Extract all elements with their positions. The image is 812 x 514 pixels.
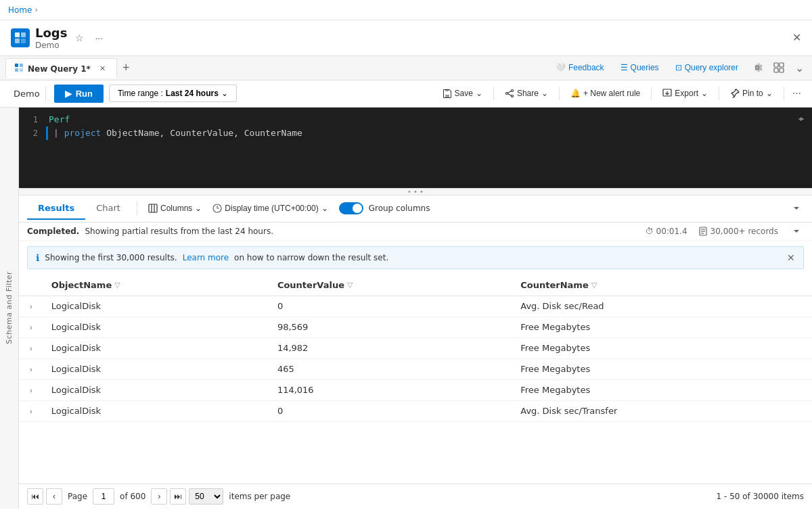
svg-point-14 (511, 90, 513, 92)
object-name-cell: LogicalDisk (43, 379, 269, 400)
data-table: ObjectName ▽ CounterValue ▽ (19, 275, 812, 422)
save-chevron-icon: ⌄ (476, 89, 482, 98)
table-row: › LogicalDisk 14,982 Free Megabytes (19, 337, 812, 358)
first-page-button[interactable]: ⏮ (27, 488, 43, 505)
counter-value-cell: 465 (269, 358, 512, 379)
info-text-before: Showing the first 30,000 results. (45, 253, 177, 262)
counter-name-filter-icon[interactable]: ▽ (591, 281, 597, 289)
columns-label: Columns (160, 204, 192, 213)
last-page-button[interactable]: ⏭ (170, 488, 186, 505)
display-time-chevron-icon: ⌄ (321, 204, 328, 213)
breadcrumb: Home › (0, 0, 812, 20)
pin-to-button[interactable]: Pin to ⌄ (725, 85, 778, 101)
feedback-button[interactable]: 🤍 Feedback (550, 60, 610, 75)
content-area: 1 Perf 2 | project ObjectName, CounterVa… (19, 108, 812, 509)
toolbar-left: Demo ▶ Run Time range : Last 24 hours ⌄ (8, 85, 432, 103)
editor-resize-handle[interactable]: • • • (19, 189, 812, 195)
table-row: › LogicalDisk 114,016 Free Megabytes (19, 379, 812, 400)
favorite-button[interactable]: ☆ (72, 31, 87, 45)
svg-rect-10 (774, 68, 778, 72)
row-expand-button[interactable]: › (27, 406, 35, 417)
editor-line-2: 2 | project ObjectName, CounterValue, Co… (19, 126, 812, 140)
svg-rect-2 (15, 39, 20, 43)
object-name-cell: LogicalDisk (43, 296, 269, 317)
line-content-2: | project ObjectName, CounterValue, Coun… (51, 126, 812, 140)
row-expand-button[interactable]: › (27, 322, 35, 333)
info-close-button[interactable]: ✕ (787, 252, 795, 263)
page-input[interactable] (93, 488, 114, 505)
row-expand-button[interactable]: › (27, 385, 35, 396)
add-tab-button[interactable]: + (117, 58, 135, 78)
of-label: of 600 (120, 492, 145, 501)
tab-results[interactable]: Results (27, 197, 85, 220)
counter-name-cell: Avg. Disk sec/Read (512, 296, 812, 317)
tab-chart[interactable]: Chart (85, 197, 131, 220)
run-icon: ▶ (65, 89, 72, 99)
time-range-button[interactable]: Time range : Last 24 hours ⌄ (109, 85, 237, 102)
results-area: Results Chart Columns ⌄ Display time (UT… (19, 195, 812, 509)
new-alert-button[interactable]: 🔔 + New alert rule (565, 85, 646, 101)
svg-line-17 (508, 91, 511, 93)
run-button[interactable]: ▶ Run (54, 85, 104, 103)
toolbar-more-button[interactable]: ··· (790, 85, 804, 102)
results-tabs-right (789, 202, 804, 214)
heart-icon: 🤍 (556, 63, 566, 72)
row-expand-button[interactable]: › (27, 364, 35, 375)
header-more-button[interactable]: ··· (92, 31, 106, 45)
columns-button[interactable]: Columns ⌄ (143, 201, 207, 216)
query-editor[interactable]: 1 Perf 2 | project ObjectName, CounterVa… (19, 108, 812, 189)
layout-button[interactable] (771, 61, 787, 74)
expand-button[interactable]: ⌄ (792, 60, 807, 76)
close-button[interactable]: ✕ (792, 31, 801, 44)
next-page-button[interactable]: › (151, 488, 167, 505)
page-label: Page (68, 492, 87, 501)
info-icon: ℹ (36, 252, 39, 263)
line-number-2: 2 (19, 126, 46, 140)
object-name-cell: LogicalDisk (43, 317, 269, 337)
table-row: › LogicalDisk 0 Avg. Disk sec/Read (19, 296, 812, 317)
learn-more-link[interactable]: Learn more (183, 253, 229, 262)
tab-close-button[interactable]: ✕ (97, 64, 108, 74)
breadcrumb-home[interactable]: Home (8, 5, 32, 15)
svg-line-18 (508, 94, 511, 96)
editor-collapse-button[interactable] (796, 113, 807, 126)
object-name-filter-icon[interactable]: ▽ (114, 281, 120, 289)
toolbar-divider-5 (784, 87, 784, 100)
prev-page-button[interactable]: ‹ (46, 488, 62, 505)
svg-rect-1 (21, 32, 26, 37)
row-expand-button[interactable]: › (27, 343, 35, 354)
expand-cell: › (19, 296, 43, 317)
svg-rect-3 (21, 39, 26, 43)
queries-button[interactable]: ☰ Queries (615, 60, 664, 75)
query-explorer-button[interactable]: ⊡ Query explorer (670, 60, 744, 75)
scope-label: Demo (8, 86, 46, 101)
items-per-page-label: items per page (229, 492, 290, 501)
toolbar-right: Save ⌄ Share ⌄ 🔔 + New alert rule Export… (437, 85, 804, 102)
per-page-select[interactable]: 50 100 200 (189, 488, 223, 505)
main-container: Schema and Filter 1 Perf 2 | project Obj… (0, 108, 812, 509)
export-chevron-icon: ⌄ (701, 89, 708, 98)
pin-chevron-icon: ⌄ (766, 89, 773, 98)
row-expand-button[interactable]: › (27, 301, 35, 312)
save-button[interactable]: Save ⌄ (437, 85, 488, 101)
tab-bar-left: New Query 1* ✕ + (5, 57, 135, 78)
svg-point-15 (505, 93, 508, 95)
settings-button[interactable] (749, 61, 765, 74)
group-columns-toggle[interactable] (339, 202, 363, 214)
pagination: ⏮ ‹ Page of 600 › ⏭ 50 100 200 items per… (19, 484, 812, 509)
expand-cell: › (19, 400, 43, 421)
queries-icon: ☰ (621, 63, 628, 72)
counter-value-filter-icon[interactable]: ▽ (347, 281, 353, 289)
page-controls: ⏮ ‹ Page of 600 › ⏭ 50 100 200 items per… (27, 488, 290, 505)
records-item: 30,000+ records (698, 227, 778, 236)
query-tab[interactable]: New Query 1* ✕ (5, 58, 117, 78)
share-button[interactable]: Share ⌄ (499, 85, 554, 101)
results-more-button[interactable] (789, 225, 804, 237)
results-expand-button[interactable] (789, 202, 804, 214)
tab-bar-right: 🤍 Feedback ☰ Queries ⊡ Query explorer ⌄ (550, 60, 807, 76)
side-panel[interactable]: Schema and Filter (0, 108, 19, 509)
expand-cell: › (19, 317, 43, 337)
editor-line-1: 1 Perf (19, 113, 812, 126)
export-button[interactable]: Export ⌄ (657, 85, 713, 101)
display-time-button[interactable]: Display time (UTC+00:00) ⌄ (207, 201, 333, 216)
